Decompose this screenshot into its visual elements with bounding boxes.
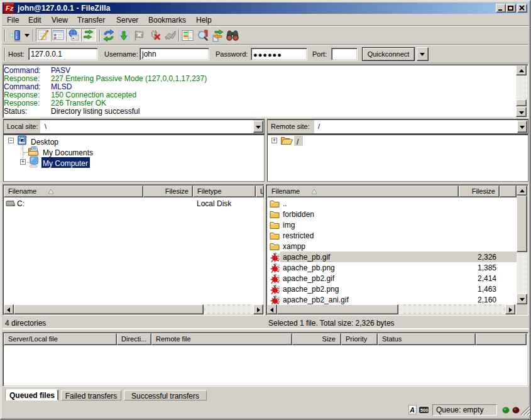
svg-text:Fz: Fz — [6, 4, 14, 12]
